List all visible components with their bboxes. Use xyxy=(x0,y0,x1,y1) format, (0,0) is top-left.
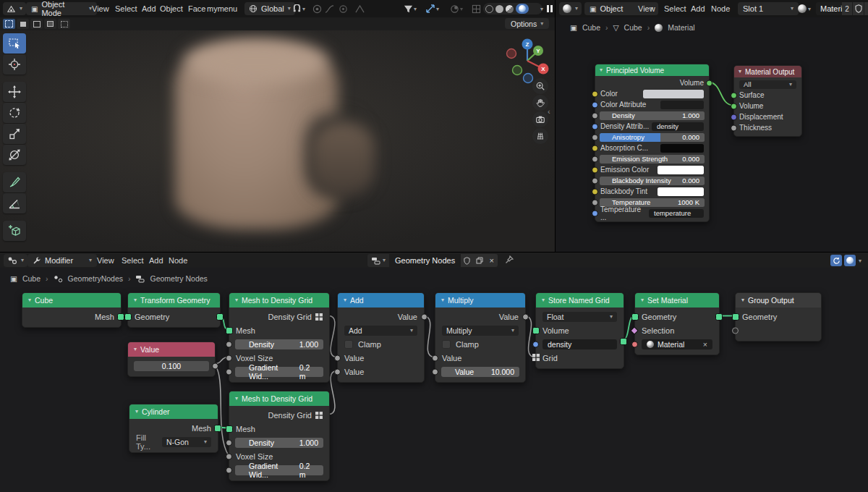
volume-input-socket[interactable] xyxy=(731,103,737,109)
volume-output-socket[interactable] xyxy=(706,80,712,86)
node-header[interactable]: ▾Multiply xyxy=(435,293,525,308)
menu-add[interactable]: Add xyxy=(140,0,158,17)
viewport-options-dropdown[interactable]: Options ▾ xyxy=(505,18,549,29)
value-field[interactable]: 0.100 xyxy=(134,361,209,371)
tool-move[interactable] xyxy=(3,82,26,102)
shading-wireframe-icon[interactable] xyxy=(485,5,493,13)
absorption-color-swatch[interactable] xyxy=(660,144,704,153)
name-input-socket[interactable] xyxy=(532,341,539,347)
mesh-input-socket[interactable] xyxy=(226,327,233,334)
object-mode-dropdown[interactable]: ▣ Object Mode ▾ xyxy=(26,2,97,15)
gradient-width-input-socket[interactable] xyxy=(226,368,232,375)
shading-rendered-active[interactable] xyxy=(516,4,529,14)
filter-chevron-icon[interactable]: ▾ xyxy=(414,7,417,12)
value2-input-socket[interactable] xyxy=(432,368,438,375)
value2-slider[interactable]: Value10.000 xyxy=(441,367,519,377)
density-slider[interactable]: Density1.000 xyxy=(235,438,323,448)
geo-menu-add[interactable]: Add xyxy=(148,253,165,268)
auto-refresh-toggle-icon[interactable] xyxy=(830,255,842,266)
node-material-output[interactable]: ▾Material Output All▾ Surface Volume Dis… xyxy=(733,65,802,137)
node-principled-volume[interactable]: ▾Principled Volume Volume Color Color At… xyxy=(595,64,710,222)
fill-type-dropdown[interactable]: N-Gon▾ xyxy=(162,437,211,447)
absorption-color-input-socket[interactable] xyxy=(592,145,598,151)
emission-color-swatch[interactable] xyxy=(658,166,704,174)
material-browse-chevron-icon[interactable]: ▾ xyxy=(808,7,811,12)
gizmos-chevron-icon[interactable]: ▾ xyxy=(436,7,439,12)
density-input-socket[interactable] xyxy=(226,341,232,347)
node-transform-geometry[interactable]: ▾Transform Geometry Geometry xyxy=(127,292,221,328)
value-output-socket[interactable] xyxy=(212,362,218,369)
viewport-canvas[interactable]: Z Y X ‹ xyxy=(0,30,555,252)
node-header[interactable]: ▾Material Output xyxy=(734,66,801,77)
color-swatch[interactable] xyxy=(643,90,704,98)
breadcrumb-modifier[interactable]: GeometryNodes xyxy=(68,274,123,283)
geometry-input-socket[interactable] xyxy=(631,313,639,321)
collapse-chevron-icon[interactable]: ▾ xyxy=(641,297,644,303)
overlays-toggle-icon[interactable] xyxy=(448,3,460,14)
new-material-button-partial[interactable] xyxy=(864,2,868,15)
blackbody-tint-swatch[interactable] xyxy=(658,187,704,196)
geo-editor-type-button[interactable]: ▾ xyxy=(4,254,27,267)
menu-face[interactable]: Face xyxy=(187,0,207,17)
proportional-editing-icon[interactable] xyxy=(311,3,323,14)
shading-solid-icon[interactable] xyxy=(495,5,503,13)
emission-color-input-socket[interactable] xyxy=(592,166,598,173)
breadcrumb-tree[interactable]: Geometry Nodes xyxy=(150,274,207,283)
collapse-chevron-icon[interactable]: ▾ xyxy=(741,297,744,303)
mesh-output-socket[interactable] xyxy=(214,425,221,432)
node-header[interactable]: ▾Cube xyxy=(22,293,121,308)
clamp-checkbox[interactable] xyxy=(344,340,353,349)
overlays-chevron-icon[interactable]: ▾ xyxy=(460,7,463,12)
surface-input-socket[interactable] xyxy=(731,92,737,98)
collapse-chevron-icon[interactable]: ▾ xyxy=(542,297,545,303)
geometry-output-socket[interactable] xyxy=(216,313,224,321)
anisotropy-input-socket[interactable] xyxy=(592,134,598,140)
shading-chevron-icon[interactable]: ▾ xyxy=(540,7,543,12)
tool-annotate[interactable] xyxy=(3,172,26,192)
geo-menu-node[interactable]: Node xyxy=(167,253,189,268)
tool-cursor[interactable] xyxy=(3,54,26,75)
volume-input-socket[interactable] xyxy=(532,327,540,334)
node-header[interactable]: ▾Mesh to Density Grid xyxy=(229,293,329,308)
virtual-input-socket[interactable] xyxy=(732,327,739,334)
geometry-output-socket[interactable] xyxy=(715,313,723,321)
render-filter-icon[interactable] xyxy=(402,3,414,14)
node-store-named-grid[interactable]: ▾Store Named Grid Float▾ Volume density … xyxy=(535,292,624,369)
node-header[interactable]: ▾Mesh to Density Grid xyxy=(229,391,329,406)
voxel-size-input-socket[interactable] xyxy=(226,355,232,361)
shader-menu-add[interactable]: Add xyxy=(689,0,707,17)
node-header[interactable]: ▾Value xyxy=(128,342,215,357)
menu-view[interactable]: View xyxy=(90,0,111,17)
emission-strength-slider[interactable]: Emission Strength0.000 xyxy=(600,155,705,164)
fake-user-shield-icon[interactable] xyxy=(853,2,864,15)
output-target-dropdown[interactable]: All▾ xyxy=(739,80,796,89)
value-output-socket[interactable] xyxy=(421,313,427,320)
grid-input-socket[interactable] xyxy=(532,354,540,361)
operation-dropdown[interactable]: Multiply▾ xyxy=(442,326,519,336)
grid-name-field[interactable]: density xyxy=(542,339,617,349)
geo-menu-view[interactable]: View xyxy=(95,253,116,268)
camera-view-button[interactable] xyxy=(532,111,548,127)
breadcrumb-object[interactable]: Cube xyxy=(582,23,600,32)
data-type-dropdown[interactable]: Float▾ xyxy=(542,312,617,322)
pin-icon[interactable] xyxy=(505,255,514,266)
node-tree-browse-button[interactable]: ▾ xyxy=(367,254,389,267)
editor-type-button[interactable]: ▾ xyxy=(3,2,26,15)
breadcrumb-material[interactable]: Material xyxy=(668,23,694,32)
geometry-input-socket[interactable] xyxy=(732,313,739,321)
chevron-down-icon[interactable]: ▾ xyxy=(859,258,861,264)
xray-toggle-icon[interactable] xyxy=(470,3,482,14)
gizmos-toggle-icon[interactable] xyxy=(425,3,436,14)
collapse-chevron-icon[interactable]: ▾ xyxy=(600,67,603,73)
displacement-input-socket[interactable] xyxy=(731,114,737,120)
pan-hand-button[interactable] xyxy=(532,95,548,111)
anisotropy-slider[interactable]: Anisotropy0.000 xyxy=(600,133,705,142)
node-set-material[interactable]: ▾Set Material Geometry Selection Materia… xyxy=(634,292,720,355)
menu-mymenu[interactable]: mymenu xyxy=(205,0,239,17)
menu-object[interactable]: Object xyxy=(158,0,184,17)
material-users-badge[interactable]: 2 xyxy=(842,2,852,15)
node-mesh-to-density-grid-1[interactable]: ▾Mesh to Density Grid Density Grid Mesh … xyxy=(229,292,330,383)
tree-fake-user-shield-icon[interactable] xyxy=(461,254,473,267)
density-input-socket[interactable] xyxy=(592,112,598,119)
collapse-chevron-icon[interactable]: ▾ xyxy=(235,396,238,402)
